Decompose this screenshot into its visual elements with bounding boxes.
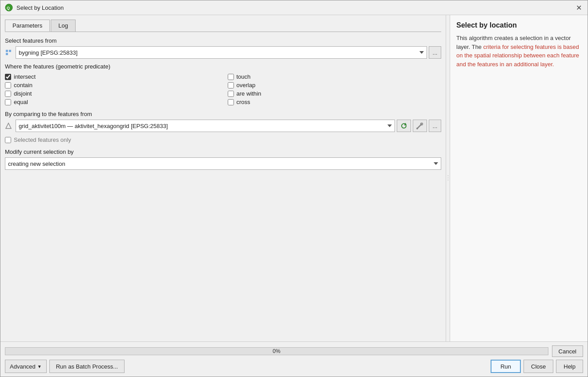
tab-log[interactable]: Log bbox=[51, 20, 76, 32]
progress-label: 0% bbox=[5, 348, 548, 355]
contain-checkbox[interactable] bbox=[5, 82, 11, 88]
selected-features-only-checkbox[interactable] bbox=[5, 137, 11, 143]
right-panel: Select by location This algorithm create… bbox=[450, 15, 588, 341]
predicate-overlap: overlap bbox=[228, 82, 442, 88]
disjoint-label: disjoint bbox=[14, 90, 32, 97]
vector-layer-icon bbox=[5, 49, 12, 56]
comparing-label: By comparing to the features from bbox=[5, 111, 441, 117]
refresh-btn[interactable] bbox=[397, 120, 411, 132]
predicate-touch: touch bbox=[228, 73, 442, 80]
collapse-handle[interactable]: ··· bbox=[446, 15, 450, 341]
select-features-row: bygning [EPSG:25833] ... bbox=[5, 46, 441, 59]
close-icon[interactable]: ✕ bbox=[574, 3, 583, 12]
predicate-intersect: intersect bbox=[5, 73, 219, 80]
predicate-cross: cross bbox=[228, 99, 442, 105]
intersect-label: intersect bbox=[14, 73, 36, 80]
run-button[interactable]: Run bbox=[491, 360, 521, 373]
cancel-button[interactable]: Cancel bbox=[552, 345, 583, 357]
svg-rect-4 bbox=[6, 53, 8, 55]
buttons-row: Advanced ▼ Run as Batch Process... Run C… bbox=[5, 360, 583, 373]
comparing-row: grid_aktivitet100m — aktivitet_hexagongr… bbox=[5, 120, 441, 132]
tab-parameters[interactable]: Parameters bbox=[5, 20, 50, 32]
contain-label: contain bbox=[14, 82, 32, 88]
disjoint-checkbox[interactable] bbox=[5, 91, 11, 97]
selected-features-only-label: Selected features only bbox=[14, 136, 71, 143]
select-features-extra-btn[interactable]: ... bbox=[429, 46, 441, 59]
dialog-title: Select by Location bbox=[16, 4, 571, 11]
predicate-equal: equal bbox=[5, 99, 219, 105]
predicates-grid: intersect touch contain overlap disjoint bbox=[5, 73, 441, 105]
svg-text:Q: Q bbox=[7, 6, 10, 10]
select-features-dropdown[interactable]: bygning [EPSG:25833] bbox=[16, 46, 427, 59]
selected-features-only-row: Selected features only bbox=[5, 136, 441, 143]
advanced-label: Advanced bbox=[10, 363, 36, 370]
predicate-disjoint: disjoint bbox=[5, 90, 219, 97]
select-features-label: Select features from bbox=[5, 37, 441, 44]
svg-rect-3 bbox=[9, 50, 11, 52]
right-panel-title: Select by location bbox=[456, 21, 581, 29]
progress-row: 0% Cancel bbox=[5, 345, 583, 357]
predicate-are-within: are within bbox=[228, 90, 442, 97]
advanced-dropdown-icon: ▼ bbox=[37, 364, 42, 369]
equal-checkbox[interactable] bbox=[5, 99, 11, 105]
svg-rect-2 bbox=[6, 50, 8, 52]
comparing-extra-btn[interactable]: ... bbox=[429, 120, 441, 132]
advanced-button[interactable]: Advanced ▼ bbox=[5, 360, 47, 373]
qgis-icon: Q bbox=[5, 4, 13, 12]
content-area: Parameters Log Select features from bygn… bbox=[0, 15, 588, 341]
right-panel-description: This algorithm creates a selection in a … bbox=[456, 34, 581, 68]
progress-bar-container: 0% bbox=[5, 347, 548, 355]
help-button[interactable]: Help bbox=[556, 360, 583, 373]
predicates-label: Where the features (geometric predicate) bbox=[5, 63, 441, 70]
title-bar: Q Select by Location ✕ bbox=[0, 0, 588, 15]
settings-btn[interactable] bbox=[413, 120, 427, 132]
intersect-checkbox[interactable] bbox=[5, 74, 11, 80]
comparing-layer-icon bbox=[5, 122, 12, 129]
close-button[interactable]: Close bbox=[524, 360, 553, 373]
touch-label: touch bbox=[237, 73, 251, 80]
bottom-bar: 0% Cancel Advanced ▼ Run as Batch Proces… bbox=[0, 341, 588, 377]
svg-point-7 bbox=[416, 128, 418, 129]
modify-selection-dropdown[interactable]: creating new selectionadding to current … bbox=[5, 157, 441, 170]
run-batch-button[interactable]: Run as Batch Process... bbox=[49, 360, 125, 373]
predicate-contain: contain bbox=[5, 82, 219, 88]
equal-label: equal bbox=[14, 99, 28, 105]
left-panel: Parameters Log Select features from bygn… bbox=[0, 15, 446, 341]
are-within-checkbox[interactable] bbox=[228, 91, 234, 97]
comparing-dropdown[interactable]: grid_aktivitet100m — aktivitet_hexagongr… bbox=[16, 120, 395, 132]
are-within-label: are within bbox=[237, 90, 262, 97]
select-by-location-dialog: Q Select by Location ✕ Parameters Log Se… bbox=[0, 0, 588, 377]
touch-checkbox[interactable] bbox=[228, 74, 234, 80]
cross-label: cross bbox=[237, 99, 250, 105]
tab-bar: Parameters Log bbox=[5, 20, 441, 32]
cross-checkbox[interactable] bbox=[228, 99, 234, 105]
overlap-checkbox[interactable] bbox=[228, 82, 234, 88]
overlap-label: overlap bbox=[237, 82, 256, 88]
modify-label: Modify current selection by bbox=[5, 148, 441, 155]
svg-marker-5 bbox=[6, 123, 11, 128]
